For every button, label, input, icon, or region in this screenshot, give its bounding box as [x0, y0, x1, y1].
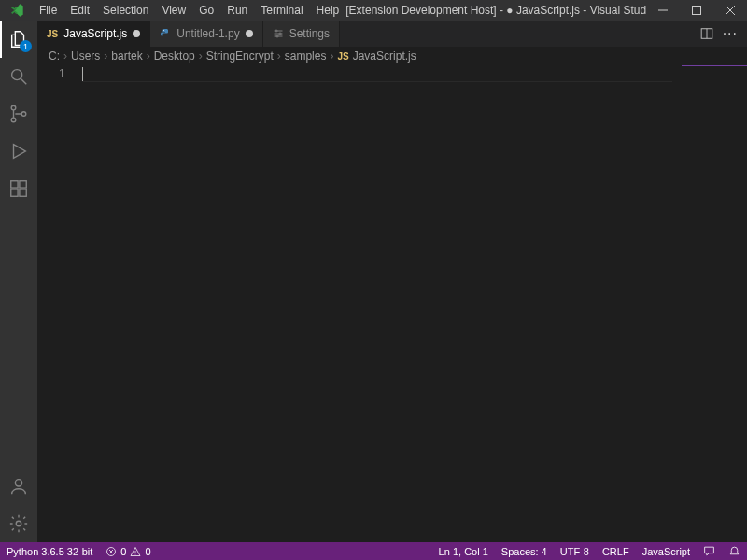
menu-bar: File Edit Selection View Go Run Terminal… — [33, 4, 345, 17]
svg-rect-9 — [11, 181, 18, 188]
svg-point-14 — [16, 521, 21, 526]
line-number: 1 — [37, 66, 65, 80]
source-control-icon — [8, 104, 29, 124]
chevron-right-icon: › — [330, 49, 333, 63]
crumb-desktop[interactable]: Desktop — [154, 49, 195, 63]
dirty-indicator-icon — [246, 30, 253, 37]
svg-point-4 — [12, 70, 22, 80]
error-icon — [106, 546, 117, 557]
chevron-right-icon: › — [63, 49, 67, 63]
svg-point-20 — [279, 33, 281, 35]
crumb-bartek[interactable]: bartek — [111, 49, 142, 63]
maximize-button[interactable] — [680, 0, 713, 21]
chevron-right-icon: › — [199, 49, 203, 63]
text-cursor — [82, 67, 83, 81]
tab-label: Untitled-1.py — [176, 27, 239, 40]
vscode-logo-icon — [0, 3, 33, 18]
status-encoding[interactable]: UTF-8 — [554, 542, 596, 560]
chevron-right-icon: › — [104, 49, 107, 63]
line-number-gutter: 1 — [37, 65, 82, 542]
chevron-right-icon: › — [277, 49, 281, 63]
status-bar: Python 3.6.5 32-bit 0 0 Ln 1, Col 1 Spac… — [0, 542, 747, 560]
crumb-stringencrypt[interactable]: StringEncrypt — [206, 49, 274, 63]
svg-point-7 — [11, 118, 16, 122]
activity-source-control[interactable] — [0, 95, 37, 133]
crumb-drive[interactable]: C: — [49, 49, 60, 63]
activity-extensions[interactable] — [0, 170, 37, 207]
editor-area: JS JavaScript.js Untitled-1.py Settings — [37, 21, 747, 542]
error-count: 0 — [120, 546, 126, 557]
chevron-right-icon: › — [147, 49, 150, 63]
crumb-samples[interactable]: samples — [285, 49, 327, 63]
svg-point-8 — [21, 112, 26, 117]
svg-rect-1 — [693, 7, 701, 15]
code-area[interactable] — [82, 65, 747, 542]
svg-point-21 — [276, 35, 278, 37]
search-icon — [8, 66, 29, 87]
js-file-icon: JS — [47, 29, 58, 39]
status-cursor-position[interactable]: Ln 1, Col 1 — [432, 542, 495, 560]
feedback-icon — [703, 545, 715, 557]
menu-view[interactable]: View — [155, 4, 192, 17]
menu-file[interactable]: File — [33, 4, 63, 17]
status-python-interpreter[interactable]: Python 3.6.5 32-bit — [0, 542, 99, 560]
menu-edit[interactable]: Edit — [63, 4, 96, 17]
tabs-bar: JS JavaScript.js Untitled-1.py Settings — [37, 21, 747, 47]
menu-run[interactable]: Run — [220, 4, 254, 17]
svg-point-15 — [163, 30, 164, 31]
tab-javascript-js[interactable]: JS JavaScript.js — [37, 21, 150, 47]
account-icon — [8, 476, 29, 497]
activity-explorer[interactable]: 1 — [0, 21, 37, 58]
menu-terminal[interactable]: Terminal — [254, 4, 309, 17]
svg-point-28 — [135, 553, 136, 554]
more-actions-button[interactable]: ··· — [723, 25, 738, 42]
crumb-file-label: JavaScript.js — [353, 49, 416, 63]
svg-rect-11 — [20, 189, 26, 196]
play-icon — [8, 141, 29, 161]
svg-rect-10 — [11, 189, 18, 196]
menu-help[interactable]: Help — [310, 4, 346, 17]
split-editor-button[interactable] — [700, 27, 713, 40]
close-button[interactable] — [713, 0, 747, 21]
python-file-icon — [160, 28, 171, 39]
extensions-icon — [8, 178, 29, 199]
minimize-button[interactable] — [646, 0, 680, 21]
menu-go[interactable]: Go — [192, 4, 220, 17]
activity-search[interactable] — [0, 58, 37, 95]
status-eol[interactable]: CRLF — [596, 542, 636, 560]
status-feedback[interactable] — [697, 542, 722, 560]
svg-point-13 — [15, 480, 21, 486]
activity-accounts[interactable] — [0, 468, 37, 505]
crumb-users[interactable]: Users — [71, 49, 100, 63]
settings-tab-icon — [273, 28, 284, 39]
explorer-badge: 1 — [20, 40, 32, 52]
tab-settings[interactable]: Settings — [263, 21, 340, 47]
warning-count: 0 — [145, 546, 150, 557]
title-bar: File Edit Selection View Go Run Terminal… — [0, 0, 747, 21]
svg-point-6 — [11, 105, 16, 110]
bell-icon — [728, 545, 740, 557]
status-language-mode[interactable]: JavaScript — [636, 542, 697, 560]
status-notifications[interactable] — [722, 542, 747, 560]
activity-bar: 1 — [0, 21, 37, 542]
editor-body[interactable]: 1 — [37, 65, 747, 542]
dirty-indicator-icon — [133, 30, 140, 37]
svg-point-19 — [275, 30, 277, 32]
status-indentation[interactable]: Spaces: 4 — [495, 542, 554, 560]
warning-icon — [130, 546, 141, 557]
tab-label: JavaScript.js — [63, 27, 127, 40]
activity-settings[interactable] — [0, 505, 37, 542]
status-problems[interactable]: 0 0 — [99, 542, 157, 560]
tab-label: Settings — [289, 27, 330, 40]
svg-rect-12 — [20, 181, 26, 188]
svg-line-5 — [21, 79, 27, 85]
activity-run-debug[interactable] — [0, 133, 37, 170]
crumb-file[interactable]: JS JavaScript.js — [337, 49, 416, 63]
editor-ruler — [82, 81, 672, 82]
breadcrumb[interactable]: C:› Users› bartek› Desktop› StringEncryp… — [37, 47, 747, 65]
js-file-icon: JS — [337, 51, 348, 62]
gear-icon — [8, 513, 29, 534]
window-title: [Extension Development Host] - ● JavaScr… — [345, 4, 646, 17]
tab-untitled-1-py[interactable]: Untitled-1.py — [150, 21, 262, 47]
menu-selection[interactable]: Selection — [96, 4, 155, 17]
